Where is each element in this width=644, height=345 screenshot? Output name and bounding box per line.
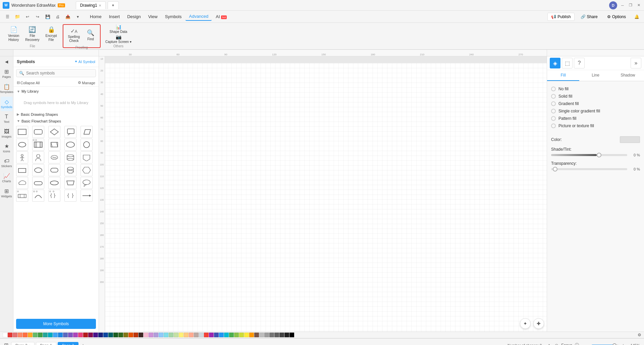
shape-decision[interactable]: Yes: [48, 151, 60, 163]
shape-parallelogram[interactable]: [80, 126, 93, 138]
shape-diamond[interactable]: [48, 126, 60, 138]
swatch-red1[interactable]: [8, 333, 12, 337]
shape-panel-icon[interactable]: ⬚: [562, 58, 573, 68]
menu-advanced[interactable]: Advanced: [185, 12, 212, 21]
minimize-button[interactable]: ─: [620, 3, 625, 8]
swatch-orange1[interactable]: [18, 333, 22, 337]
canvas-area[interactable]: 10 20 30 40 50 60 70 80 90 100 110 120 1…: [99, 56, 547, 332]
color-swatch[interactable]: [620, 136, 640, 143]
shape-oval-alt[interactable]: [32, 164, 44, 176]
shape-brace-group[interactable]: [48, 190, 60, 202]
fill-option-gradient[interactable]: Gradient fill: [551, 100, 640, 107]
save-button[interactable]: 💾: [43, 12, 52, 21]
shape-oval[interactable]: [16, 139, 28, 151]
tab-line[interactable]: Line: [579, 70, 611, 81]
shape-data-button[interactable]: 📊 Shape Data: [103, 24, 133, 34]
menu-home[interactable]: Home: [87, 13, 105, 20]
add-button[interactable]: ✚: [533, 318, 544, 329]
manage-button[interactable]: ⚙ Manage: [78, 81, 95, 85]
fill-panel-icon[interactable]: ◈: [550, 58, 560, 68]
shade-slider[interactable]: [551, 154, 627, 156]
transparency-thumb[interactable]: [553, 167, 557, 171]
notification-icon[interactable]: 🔔: [632, 12, 641, 21]
tab-drawing1[interactable]: Drawing1 ✕: [76, 1, 106, 9]
collapse-panel-button[interactable]: »: [631, 58, 641, 68]
sidebar-item-templates[interactable]: 📋 Templates: [1, 82, 13, 96]
zoom-in-button[interactable]: +: [620, 342, 627, 345]
basic-drawing-section[interactable]: ▶ Basic Drawing Shapes: [13, 111, 99, 118]
tab-shadow[interactable]: Shadow: [612, 70, 644, 81]
encrypt-file-button[interactable]: 🔒 EncryptFile: [43, 24, 60, 44]
search-box[interactable]: 🔍: [16, 69, 96, 77]
canvas[interactable]: [105, 63, 547, 332]
shape-process-bar[interactable]: [16, 190, 28, 202]
sidebar-item-pages[interactable]: ⊞ Pages: [1, 66, 13, 81]
transparency-slider[interactable]: [551, 168, 627, 170]
swatch-purple2[interactable]: [73, 333, 78, 337]
redo-button[interactable]: ↪: [33, 12, 42, 21]
shape-rounded-pill[interactable]: [32, 177, 44, 189]
shape-rounded-rect[interactable]: [32, 126, 44, 138]
shape-database[interactable]: [64, 151, 76, 163]
more-menu-icon[interactable]: ▾: [73, 12, 83, 21]
fill-option-pattern[interactable]: Pattern fill: [551, 115, 640, 122]
swatch-white[interactable]: [3, 333, 7, 337]
swatch-black[interactable]: [289, 333, 294, 337]
menu-symbols[interactable]: Symbols: [162, 13, 185, 20]
shape-cloud[interactable]: [16, 177, 28, 189]
shape-offpage[interactable]: [80, 151, 93, 163]
swatch-amber[interactable]: [28, 333, 33, 337]
fill-option-single-gradient[interactable]: Single color gradient fill: [551, 107, 640, 115]
shape-hexagon[interactable]: [80, 164, 93, 176]
swatch-green1[interactable]: [33, 333, 38, 337]
shape-arc[interactable]: [32, 190, 44, 202]
basic-flowchart-section[interactable]: ▼ Basic Flowchart Shapes: [13, 118, 99, 125]
capture-screen-button[interactable]: 📷 Capture Screen ▾: [103, 34, 133, 44]
fill-option-picture[interactable]: Picture or texture fill: [551, 122, 640, 130]
page-tab-1[interactable]: Page-2 ▾: [11, 342, 35, 345]
tab-fill[interactable]: Fill: [547, 70, 579, 81]
options-button[interactable]: ⚙ Options: [604, 13, 629, 20]
info-button[interactable]: ⓘ: [574, 342, 580, 345]
my-library-section[interactable]: ▼ My Library: [13, 88, 99, 95]
menu-ai[interactable]: AI hot: [212, 13, 230, 20]
shape-brace2[interactable]: [64, 190, 76, 202]
page-tab-page2-active[interactable]: Page-2: [58, 342, 78, 345]
menu-insert[interactable]: Insert: [106, 13, 123, 20]
collapse-all-button[interactable]: ⊟ Collapse All: [17, 81, 40, 85]
swatch-purple1[interactable]: [68, 333, 73, 337]
fill-option-none[interactable]: No fill: [551, 85, 640, 93]
fill-option-solid[interactable]: Solid fill: [551, 93, 640, 100]
restore-button[interactable]: ❐: [628, 3, 633, 8]
swatch-pink[interactable]: [78, 333, 83, 337]
shape-subprocess[interactable]: [32, 139, 44, 151]
undo-button[interactable]: ↩: [23, 12, 32, 21]
tab-close-icon[interactable]: ✕: [99, 4, 101, 7]
fit-screen-button[interactable]: ⤢: [545, 342, 552, 345]
swatch-orange2[interactable]: [23, 333, 28, 337]
help-panel-icon[interactable]: ?: [574, 58, 585, 68]
palette-settings-icon[interactable]: ⚙: [636, 332, 643, 338]
shape-actor[interactable]: [16, 151, 28, 163]
swatch-cyan[interactable]: [48, 333, 53, 337]
swatch-teal1[interactable]: [43, 333, 48, 337]
sidebar-item-text[interactable]: T Text: [1, 112, 13, 126]
sidebar-item-images[interactable]: 🖼 Images: [1, 127, 13, 141]
publish-button[interactable]: 📢 Publish: [547, 13, 574, 21]
shape-person[interactable]: [32, 151, 44, 163]
swatch-red2[interactable]: [13, 333, 17, 337]
close-button[interactable]: ✕: [636, 3, 641, 8]
shape-rounded-alt[interactable]: [48, 164, 60, 176]
zoom-out-button[interactable]: ─: [584, 342, 590, 345]
more-symbols-button[interactable]: More Symbols: [16, 319, 96, 329]
sidebar-item-icons[interactable]: ★ Icons: [1, 141, 13, 155]
shape-circle[interactable]: [80, 139, 93, 151]
sidebar-item-charts[interactable]: 📈 Charts: [1, 171, 13, 185]
shape-speech-bubble[interactable]: [80, 177, 93, 189]
sidebar-item-widgets[interactable]: ⊞ Widgets: [1, 186, 13, 200]
menu-view[interactable]: View: [145, 13, 161, 20]
shade-thumb[interactable]: [597, 153, 601, 157]
swatch-green2[interactable]: [38, 333, 43, 337]
print-button[interactable]: 🖨: [53, 12, 62, 21]
shape-trapezoid[interactable]: [64, 177, 76, 189]
